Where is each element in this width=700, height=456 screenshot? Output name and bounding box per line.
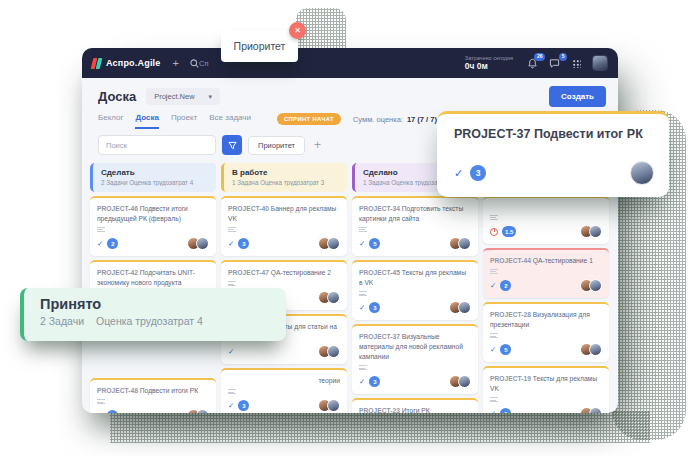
avatar: [196, 237, 209, 250]
avatar: [327, 291, 340, 304]
assignee-avatars: [318, 345, 340, 358]
assignee-avatar: [630, 161, 654, 185]
tab-board[interactable]: Доска: [135, 113, 158, 129]
project-select[interactable]: Project.New ▾: [146, 88, 220, 105]
card-id: PROJECT-47: [228, 269, 271, 276]
kanban-card-project-19[interactable]: PROJECT-19 Тексты для рекламы VK✓5: [483, 366, 609, 413]
check-icon: ✓: [359, 377, 365, 386]
card-footer: 1.5: [490, 225, 602, 238]
assignee-avatars: [449, 301, 471, 314]
tab-all-tasks[interactable]: Все задачи: [209, 113, 251, 129]
avatar: [458, 237, 471, 250]
tab-project[interactable]: Проект: [171, 113, 197, 129]
estimate-badge: 2: [500, 280, 511, 291]
page-title: Доска: [98, 89, 136, 104]
description-icon: [490, 269, 498, 274]
card-footer: ✓5: [490, 343, 602, 356]
card-title-text: Итоги РК: [402, 407, 430, 413]
estimate-badge: 3: [238, 400, 249, 411]
close-icon[interactable]: ✕: [289, 22, 306, 39]
description-icon: [228, 227, 236, 232]
kanban-card-project-28[interactable]: PROJECT-28 Визуализация для презентации✓…: [483, 302, 609, 362]
column-header: Сделать2 Задачи Оценка трудозатрат 4: [90, 163, 216, 192]
kanban-card-project-44[interactable]: PROJECT-44 QA-тестирование 1✓2: [483, 248, 609, 298]
kanban-card-project-46[interactable]: PROJECT-46 Подвести итоги предыдущей РК …: [90, 196, 216, 256]
check-icon: ✓: [359, 303, 365, 312]
card-id: PROJECT-19: [490, 375, 533, 382]
apps-grid-icon[interactable]: [570, 57, 583, 70]
grain-shadow-bottom: [110, 411, 650, 443]
estimate-badge: 1.5: [502, 226, 516, 237]
assignee-avatars: [187, 409, 209, 413]
kanban-card-project-37[interactable]: PROJECT-37 Визуальные материалы для ново…: [352, 324, 478, 394]
card-title: PROJECT-37 Визуальные материалы для ново…: [359, 332, 471, 362]
card-title-text: QA-тестирование 2: [271, 269, 331, 276]
add-filter-button[interactable]: +: [311, 138, 324, 152]
description-icon: [97, 399, 105, 404]
app-brand: Аспро.Agile: [106, 58, 161, 68]
tab-backlog[interactable]: Беклог: [98, 113, 123, 129]
card-id: PROJECT-46: [97, 205, 140, 212]
avatar: [458, 375, 471, 388]
avatar: [458, 301, 471, 314]
status-column-popover: Принято 2 Задачи Оценка трудозатрат 4: [20, 288, 286, 341]
card-title: PROJECT-46 Подвести итоги предыдущей РК …: [97, 204, 209, 224]
sprint-summary: Сумм. оценка: 17 (7 / 7) ?: [353, 115, 450, 124]
description-icon: [228, 389, 236, 394]
estimate-badge: 3: [470, 165, 486, 181]
check-icon: ✓: [97, 411, 103, 413]
card-footer: ✓3: [359, 301, 471, 314]
kanban-card[interactable]: 1.5: [483, 196, 609, 244]
search-text-fragment: Сп: [199, 59, 208, 68]
description-icon: [490, 397, 498, 402]
card-id: PROJECT-28: [490, 311, 533, 318]
search-icon[interactable]: [190, 59, 199, 68]
notifications-bell-icon[interactable]: 26: [526, 57, 539, 70]
priority-filter-chip[interactable]: Приоритет: [248, 136, 305, 155]
add-icon[interactable]: +: [173, 57, 179, 69]
priority-tooltip: Приоритет ✕: [221, 30, 298, 62]
check-icon: ✓: [228, 401, 234, 410]
assignee-avatars: [580, 407, 602, 413]
kanban-card-project-40[interactable]: PROJECT-40 Баннер для рекламы VK✓3: [221, 196, 347, 256]
estimate-badge: 5: [369, 238, 380, 249]
estimate-badge: 3: [238, 238, 249, 249]
avatar: [327, 237, 340, 250]
assignee-avatars: [580, 225, 602, 238]
search-input[interactable]: [98, 135, 216, 155]
card-title-text: QA-тестирование 1: [533, 257, 593, 264]
estimate-badge: 3: [369, 376, 380, 387]
kanban-card[interactable]: теории✓3: [221, 368, 347, 413]
avatar: [589, 343, 602, 356]
card-footer: ✓2: [490, 279, 602, 292]
status-popover-tasks: 2 Задачи: [40, 315, 84, 327]
estimate-badge: 2: [107, 238, 118, 249]
kanban-card-project-23[interactable]: PROJECT-23 Итоги РК✓5: [352, 398, 478, 413]
column-meta: 1 Задача Оценка трудозатрат 3: [232, 179, 339, 186]
card-preview-popover[interactable]: PROJECT-37 Подвести итог РК ✓ 3: [437, 111, 669, 197]
filter-button[interactable]: [222, 135, 242, 155]
card-footer: ✓3: [359, 375, 471, 388]
column-meta: 2 Задачи Оценка трудозатрат 4: [101, 179, 208, 186]
create-button[interactable]: Создать: [549, 86, 606, 107]
kanban-card-project-34[interactable]: PROJECT-34 Подготовить тексты картинки д…: [352, 196, 478, 256]
estimate-badge: 5: [500, 408, 511, 413]
card-footer: ✓2: [97, 237, 209, 250]
card-footer: ✓3: [228, 399, 340, 412]
board-column-3: Сделано1 Задача Оценка трудозатратPROJEC…: [352, 163, 478, 413]
time-tracker: Затрачено сегодня 0ч 0м: [465, 55, 513, 71]
card-title: PROJECT-28 Визуализация для презентации: [490, 310, 602, 330]
check-icon: ✓: [228, 239, 234, 248]
card-popover-title: PROJECT-37 Подвести итог РК: [454, 127, 652, 141]
card-id: PROJECT-34: [359, 205, 402, 212]
assignee-avatars: [318, 237, 340, 250]
user-avatar[interactable]: [592, 55, 608, 71]
kanban-card-project-45[interactable]: PROJECT-45 Тексты для рекламы в VK✓3: [352, 260, 478, 320]
summary-label: Сумм. оценка:: [353, 115, 403, 124]
card-title-text: теории: [318, 377, 340, 384]
project-select-value: Project.New: [154, 92, 194, 101]
messages-icon[interactable]: 5: [548, 57, 561, 70]
card-footer: ✓5: [490, 407, 602, 413]
check-icon: ✓: [490, 409, 496, 413]
kanban-card-project-48[interactable]: PROJECT-48 Подвести итоги РК✓3: [90, 378, 216, 413]
